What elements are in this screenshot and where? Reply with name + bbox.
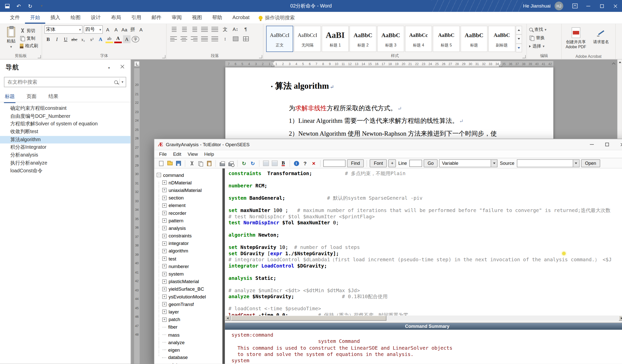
expand-icon[interactable]: + <box>162 219 166 223</box>
avatar[interactable]: HJ <box>555 2 563 10</box>
align-right-button[interactable] <box>190 35 199 43</box>
paragraph-dialog-launcher[interactable] <box>259 55 262 58</box>
bold-command-icon[interactable]: B <box>280 160 287 167</box>
minimize-button[interactable] <box>582 0 595 12</box>
enclose-characters-button[interactable]: 字 <box>132 36 139 42</box>
find-button[interactable]: Find <box>347 159 364 167</box>
expand-icon[interactable]: + <box>162 180 166 185</box>
find-input[interactable] <box>323 160 345 167</box>
expand-icon[interactable]: + <box>162 310 166 314</box>
character-border-button[interactable]: A <box>137 26 145 34</box>
variable-combo[interactable]: Variable <box>439 159 498 167</box>
tree-node-uniaxialMaterial[interactable]: +uniaxialMaterial <box>157 186 222 194</box>
mode-tcl-icon[interactable] <box>262 160 269 167</box>
nav-heading-item[interactable]: 积分器Integrator <box>0 144 130 151</box>
font-family-combo[interactable]: 宋体 ▾ <box>45 25 82 34</box>
style-card-标题 4[interactable]: AaBbCc标题 4 <box>405 26 432 52</box>
tree-node-numberer[interactable]: +numberer <box>157 263 222 270</box>
clipboard-dialog-launcher[interactable] <box>38 55 41 58</box>
nav-heading-item[interactable]: 自由度编号DOF_Numberer <box>0 113 130 120</box>
style-card-正文[interactable]: AaBbCcI正文 <box>266 26 293 52</box>
expand-icon[interactable]: + <box>162 287 166 291</box>
style-card-无间隔[interactable]: AaBbCcI无间隔 <box>294 26 321 52</box>
undo-icon[interactable]: ↶ <box>16 3 22 9</box>
tree-node-algorithm[interactable]: +algorithm <box>157 247 222 255</box>
sort-button[interactable]: A↕ <box>231 25 240 33</box>
help-icon[interactable]: ? <box>301 160 308 167</box>
font-dialog-launcher[interactable] <box>162 55 165 58</box>
tree-node-print[interactable]: print <box>157 361 222 364</box>
menu-help[interactable]: Help <box>201 151 217 157</box>
expand-icon[interactable]: + <box>162 249 166 253</box>
nav-heading-item[interactable]: 确定约束方程组constraint <box>0 105 130 113</box>
save-icon[interactable] <box>4 3 10 9</box>
align-center-button[interactable] <box>179 35 188 43</box>
tree-node-ysEvolutionModel[interactable]: +ysEvolutionModel <box>157 293 222 300</box>
expand-icon[interactable]: + <box>162 211 166 215</box>
search-input[interactable] <box>4 79 114 85</box>
go-button[interactable]: Go <box>424 159 438 167</box>
info-icon[interactable]: i <box>293 160 300 167</box>
print-icon[interactable] <box>218 160 226 167</box>
ribbon-tab-插入[interactable]: 插入 <box>45 12 65 24</box>
tree-node-layer[interactable]: +layer <box>157 308 222 316</box>
pane-splitter[interactable] <box>225 321 622 323</box>
nav-tab-页面[interactable]: 页面 <box>26 92 37 103</box>
tree-node-eigen[interactable]: eigen <box>157 346 222 354</box>
show-marks-button[interactable]: ¶ <box>241 25 250 33</box>
tcleditor-titlebar[interactable]: Æ GravityAnalysis - TclEditor - OpenSEES <box>154 139 622 150</box>
menu-file[interactable]: File <box>156 151 170 157</box>
qat-customize-arrow-icon[interactable]: ▾ <box>38 3 45 9</box>
tree-node-mass[interactable]: mass <box>157 331 222 338</box>
navigation-pane-close-icon[interactable] <box>120 64 125 69</box>
sync-icon[interactable]: ↻ <box>249 160 256 167</box>
expand-icon[interactable]: + <box>162 272 166 276</box>
tree-node-constraints[interactable]: +constraints <box>157 232 222 240</box>
paste-icon[interactable] <box>205 160 212 167</box>
align-left-button[interactable] <box>169 35 178 43</box>
tree-node-section[interactable]: +section <box>157 194 222 201</box>
phonetic-guide-button[interactable]: 拼 <box>129 26 137 34</box>
style-card-标题 1[interactable]: AaBI标题 1 <box>322 26 349 52</box>
new-file-icon[interactable] <box>157 160 164 167</box>
font-button[interactable]: Font <box>370 159 387 167</box>
account-user-name[interactable]: He Jianshuai <box>523 3 551 9</box>
command-summary-panel[interactable]: system:command system Command This comma… <box>225 330 622 364</box>
create-pdf-button[interactable]: 创建并共享 Adobe PDF <box>564 25 588 53</box>
tree-node-analyze[interactable]: analyze <box>157 339 222 346</box>
bold-button[interactable]: B <box>45 35 52 43</box>
tree-node-system[interactable]: +system <box>157 270 222 278</box>
replace-button[interactable]: 替换 <box>529 35 559 41</box>
tab-stop-selector[interactable] <box>134 61 140 67</box>
ribbon-tab-邮件[interactable]: 邮件 <box>146 12 166 24</box>
font-size-combo[interactable]: 四号 ▾ <box>84 25 103 34</box>
borders-button[interactable] <box>241 35 250 43</box>
save-icon[interactable] <box>175 160 182 167</box>
close-button[interactable] <box>614 139 622 150</box>
select-button[interactable]: 选择▾ <box>529 43 559 49</box>
search-icon[interactable] <box>114 80 118 84</box>
expand-icon[interactable]: + <box>162 317 166 322</box>
code-editor[interactable]: constraints Transformation; # 多点约束，不能用Pl… <box>225 169 622 316</box>
tree-node-analysis[interactable]: +analysis <box>157 225 222 232</box>
close-button[interactable] <box>608 0 622 12</box>
ribbon-tab-帮助[interactable]: 帮助 <box>207 12 227 24</box>
change-case-button[interactable]: Aa <box>121 26 128 34</box>
request-signature-button[interactable]: 请求签名 <box>589 25 613 53</box>
chevron-down-icon[interactable] <box>491 160 497 167</box>
styles-gallery-more-button[interactable] <box>516 43 522 52</box>
italic-button[interactable]: I <box>53 35 61 43</box>
scroll-up-icon[interactable] <box>618 60 622 65</box>
search-options-arrow[interactable]: ▾ <box>122 80 123 84</box>
nav-heading-item[interactable]: loadConst命令 <box>0 167 130 175</box>
vertical-ruler[interactable]: 2021222324252627282930313233343536373839… <box>134 68 140 364</box>
node-element-icon[interactable] <box>271 160 278 167</box>
open-button[interactable]: Open <box>581 159 600 167</box>
tree-node-command[interactable]: −command <box>157 171 222 179</box>
highlight-color-button[interactable]: ab <box>106 35 113 43</box>
nav-tab-结果[interactable]: 结果 <box>48 92 59 103</box>
expand-icon[interactable]: + <box>162 256 166 261</box>
expand-icon[interactable]: + <box>162 196 166 200</box>
underline-button[interactable]: U <box>62 35 69 43</box>
numbering-button[interactable] <box>179 25 188 33</box>
